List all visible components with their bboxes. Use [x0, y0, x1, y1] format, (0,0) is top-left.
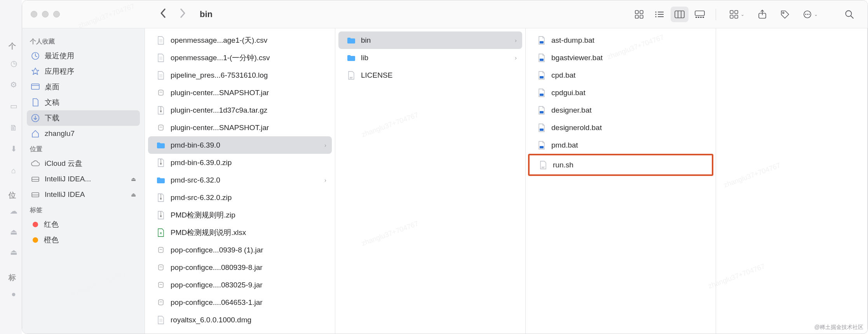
sidebar-item[interactable]: 应用程序 [27, 64, 140, 79]
eject-icon[interactable]: ⏏ [131, 176, 136, 182]
sidebar-item[interactable]: 橙色 [27, 232, 140, 248]
file-icon [157, 298, 165, 307]
file-name: lib [361, 54, 509, 62]
folder-icon [347, 54, 356, 62]
file-icon [537, 106, 546, 115]
gallery-view-button[interactable] [691, 7, 709, 22]
disk-icon [31, 191, 40, 198]
file-name: pop-configce...0939-8 (1).jar [171, 246, 326, 254]
view-mode-group [630, 7, 709, 22]
file-row[interactable]: ast-dump.bat [529, 31, 713, 49]
file-row[interactable]: plugin-center...SNAPSHOT.jar [148, 119, 332, 136]
svg-rect-57 [160, 162, 161, 162]
svg-point-26 [805, 14, 806, 15]
file-row[interactable]: designerold.bat [529, 119, 713, 136]
back-button[interactable] [159, 8, 166, 20]
tags-button[interactable] [777, 7, 793, 22]
file-name: run.sh [553, 161, 706, 169]
svg-rect-50 [160, 107, 161, 108]
sidebar-item[interactable]: zhanglu7 [27, 126, 140, 141]
file-row[interactable]: pipeline_pres...6-7531610.log [148, 66, 332, 84]
file-row[interactable]: plugin-center...SNAPSHOT.jar [148, 84, 332, 101]
column-view-button[interactable] [671, 7, 688, 22]
list-view-button[interactable] [650, 7, 668, 22]
minimize-dot[interactable] [42, 11, 49, 17]
sidebar-item-label: zhanglu7 [45, 129, 75, 138]
sidebar-item[interactable]: 最近使用 [27, 48, 140, 64]
svg-rect-51 [160, 108, 161, 109]
file-row[interactable]: royaltsx_6.0.0.1000.dmg [148, 311, 332, 329]
file-row[interactable]: pop-configce....083025-9.jar [148, 276, 332, 294]
column-1[interactable]: openmessage...age1-(天).csvopenmessage...… [145, 28, 335, 334]
file-row[interactable]: pop-configce...0939-8 (1).jar [148, 241, 332, 259]
file-row[interactable]: bin› [338, 31, 522, 49]
disk-icon [31, 176, 40, 183]
sidebar-item[interactable]: iCloud 云盘 [27, 156, 140, 171]
page-watermark: @稀土掘金技术社区 [814, 324, 863, 331]
icon-view-button[interactable] [630, 7, 648, 22]
sidebar-section-title: 标签 [30, 206, 42, 214]
doc-icon: 🗎 [9, 123, 19, 133]
sidebar-section-title: 个人收藏 [30, 38, 55, 46]
file-icon [537, 124, 546, 132]
sidebar-item[interactable]: 下载 [27, 110, 140, 126]
file-row[interactable]: lib› [338, 49, 522, 66]
chevron-down-icon: ⌄ [741, 12, 744, 17]
file-row[interactable]: bgastviewer.bat [529, 49, 713, 66]
svg-point-28 [809, 14, 810, 15]
sidebar-item[interactable]: 红色 [27, 217, 140, 232]
sidebar-item[interactable]: IntelliJ IDEA⏏ [27, 187, 140, 202]
file-name: ast-dump.bat [551, 36, 707, 45]
file-row[interactable]: pmd-bin-6.39.0› [148, 136, 332, 154]
file-row[interactable]: pop-configce....080939-8.jar [148, 259, 332, 276]
file-row[interactable]: pmd-bin-6.39.0.zip [148, 154, 332, 171]
file-icon [157, 71, 165, 80]
column-3[interactable]: ast-dump.batbgastviewer.batcpd.batcpdgui… [526, 28, 716, 334]
zoom-dot[interactable] [53, 11, 60, 17]
file-icon [537, 71, 546, 80]
file-name: plugin-center...SNAPSHOT.jar [171, 89, 326, 97]
file-row[interactable]: designer.bat [529, 101, 713, 119]
file-row[interactable]: pmd-src-6.32.0.zip [148, 189, 332, 206]
file-name: cpd.bat [551, 71, 707, 80]
search-button[interactable] [841, 7, 858, 22]
svg-rect-79 [540, 76, 544, 78]
file-name: plugin-center...1d37c9a.tar.gz [171, 106, 326, 115]
eject-icon[interactable]: ⏏ [131, 191, 136, 198]
share-button[interactable] [754, 7, 770, 22]
file-row[interactable]: pmd.bat [529, 136, 713, 154]
file-row[interactable]: cpdgui.bat [529, 84, 713, 101]
sidebar-item[interactable]: 桌面 [27, 79, 140, 95]
action-menu-button[interactable]: ⌄ [799, 7, 821, 22]
finder-window: zhanglu37+704767 zhanglu37+704767 zhangl… [22, 0, 868, 334]
sidebar-item-label: IntelliJ IDEA... [45, 175, 91, 183]
file-row[interactable]: LICENSE [338, 66, 522, 84]
file-row[interactable]: XPMD检测规则说明.xlsx [148, 224, 332, 241]
svg-rect-17 [702, 17, 704, 18]
file-row[interactable]: plugin-center...1d37c9a.tar.gz [148, 101, 332, 119]
svg-rect-53 [160, 110, 162, 112]
svg-rect-59 [160, 194, 161, 195]
sidebar-item[interactable]: 文稿 [27, 95, 140, 110]
file-icon [157, 89, 165, 97]
file-icon [157, 316, 165, 324]
file-name: plugin-center...SNAPSHOT.jar [171, 124, 326, 132]
file-row[interactable]: openmessage...age1-(天).csv [148, 31, 332, 49]
file-row[interactable]: run.sh [530, 156, 711, 174]
file-row[interactable]: PMD检测规则明.zip [148, 206, 332, 224]
group-by-button[interactable]: ⌄ [726, 7, 748, 22]
close-dot[interactable] [31, 11, 37, 17]
file-row[interactable]: pmd-src-6.32.0› [148, 171, 332, 189]
file-row[interactable]: openmessage...1-(一分钟).csv [148, 49, 332, 66]
toolbar: bin ⌄ ⌄ [22, 0, 868, 28]
file-row[interactable]: pop-configce....064653-1.jar [148, 294, 332, 311]
file-row[interactable]: cpd.bat [529, 66, 713, 84]
svg-rect-78 [540, 59, 544, 61]
file-icon [157, 158, 165, 167]
sidebar-item[interactable]: IntelliJ IDEA...⏏ [27, 171, 140, 187]
column-2[interactable]: bin›lib›LICENSE [335, 28, 526, 334]
forward-button[interactable] [180, 8, 186, 20]
svg-rect-64 [160, 213, 161, 214]
sidebar-section-header: 个人收藏 [30, 38, 137, 46]
highlight-annotation: run.sh [528, 154, 713, 176]
